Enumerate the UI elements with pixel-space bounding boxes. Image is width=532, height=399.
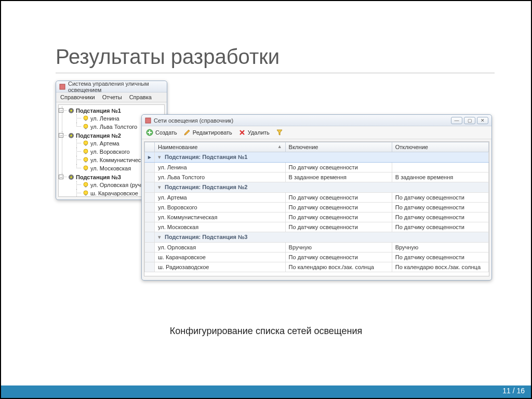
expander-icon[interactable]: – [59,108,63,113]
slide-footer: 11 / 16 [1,385,531,398]
svg-point-11 [84,157,88,162]
grid-row[interactable]: ул. ЛенинаПо датчику освещенности [145,163,489,172]
tree-leaf-label: ул. Ленина [90,115,119,122]
svg-point-4 [84,124,88,128]
grid-row[interactable]: ул. КоммунистическаяПо датчику освещенно… [145,212,489,222]
create-label: Создать [155,129,177,136]
tree-window-titlebar[interactable]: Система управления уличным освещением [56,81,167,92]
grid-group-row[interactable]: ▾ Подстанция: Подстанция №2 [145,182,489,193]
close-button[interactable]: ✕ [477,117,488,124]
maximize-button[interactable]: ▢ [464,117,475,124]
cell-name: ул. Воровского [155,203,286,212]
sort-asc-icon: ▲ [277,144,282,149]
grid-row[interactable]: ул. МосковскаяПо датчику освещенностиПо … [145,222,489,232]
grid-group-row[interactable]: ▾ Подстанция: Подстанция №3 [145,232,489,243]
svg-point-2 [84,116,88,120]
cell-off: По датчику освещенности [392,212,488,222]
tree-node-label: Подстанция №2 [76,132,121,139]
tree-leaf-label: ул. Артема [90,140,119,147]
svg-rect-22 [145,118,151,123]
edit-label: Редактировать [193,129,232,136]
cell-on: По датчику освещенности [285,222,392,232]
svg-rect-8 [85,145,87,146]
grid-group-row[interactable]: ▸▾ Подстанция: Подстанция №1 [145,152,489,163]
row-indicator-header [145,142,155,152]
filter-button[interactable] [276,129,283,136]
bulb-icon [83,149,89,155]
grid-wrap: Наименование▲ Включение Отключение ▸▾ По… [144,141,489,276]
cell-off: В заданное времення [392,172,488,182]
grid-window-titlebar[interactable]: Сети освещения (справочник) — ▢ ✕ [142,115,491,126]
grid-window: Сети освещения (справочник) — ▢ ✕ Создат… [141,114,492,281]
data-grid[interactable]: Наименование▲ Включение Отключение ▸▾ По… [144,142,489,272]
substation-icon [68,108,74,114]
svg-rect-5 [85,128,87,129]
grid-row[interactable]: ул. Льва ТолстогоВ заданное временняВ за… [145,172,489,182]
menu-references[interactable]: Справочники [60,94,95,100]
grid-row[interactable]: ул. ВоровскогоПо датчику освещенностиПо … [145,203,489,212]
tree-leaf-label: ул. Московская [90,165,131,171]
delete-label: Удалить [248,129,270,136]
slide-title: Результаты разработки [1,1,531,73]
cell-name: ул. Московская [155,222,286,232]
screenshot-canvas: Система управления уличным освещением Сп… [56,81,531,304]
tree-leaf-label: ул. Воровского [90,149,130,155]
slide-caption: Конфигурирование списка сетей освещения [1,326,531,337]
bulb-icon [83,140,89,147]
create-button[interactable]: Создать [146,129,177,136]
cell-on: Вручную [285,243,392,252]
menu-reports[interactable]: Отчеты [102,94,122,100]
grid-toolbar: Создать Редактировать Удалить [142,126,491,139]
title-rule [56,73,495,73]
svg-point-18 [84,191,88,195]
cell-on: По датчику освещенности [285,252,392,262]
chevron-down-icon: ▾ [158,234,163,241]
row-indicator [145,182,155,193]
cell-off: По датчику освещенности [392,193,488,203]
minimize-button[interactable]: — [451,117,462,124]
cell-on: По датчику освещенности [285,203,392,212]
funnel-icon [276,129,283,136]
window-controls: — ▢ ✕ [451,117,488,124]
col-on[interactable]: Включение [285,142,392,152]
grid-header-row: Наименование▲ Включение Отключение [145,142,489,152]
row-indicator [145,262,155,272]
svg-rect-12 [85,162,87,163]
svg-rect-17 [85,187,87,188]
col-off[interactable]: Отключение [392,142,488,152]
row-indicator: ▸ [145,152,155,163]
cell-name: ул. Коммунистическая [155,212,286,222]
svg-rect-3 [85,120,87,121]
delete-button[interactable]: Удалить [238,129,270,136]
cell-off: По календарю восх./зак. солнца [392,262,488,272]
pencil-icon [183,129,191,136]
grid-row[interactable]: ш. КарачаровскоеПо датчику освещенностиП… [145,252,489,262]
cell-on: По датчику освещенности [285,193,392,203]
cell-name: ул. Ленина [155,163,286,172]
grid-row[interactable]: ул. АртемаПо датчику освещенностиПо датч… [145,193,489,203]
col-name[interactable]: Наименование▲ [155,142,286,152]
cell-off: По датчику освещенности [392,252,488,262]
expander-icon[interactable]: – [59,175,63,179]
cell-off: По датчику освещенности [392,203,488,212]
tree-leaf-label: ул. Льва Толстого [90,124,137,130]
plus-icon [146,129,153,136]
expander-icon[interactable]: – [59,133,63,138]
cell-on: В заданное времення [285,172,392,182]
grid-row[interactable]: ш. РадиозаводскоеПо календарю восх./зак.… [145,262,489,272]
substation-icon [68,132,74,139]
row-indicator [145,163,155,172]
tree-menubar: Справочники Отчеты Справка [56,92,167,102]
bulb-icon [83,165,89,171]
grid-row[interactable]: ул. ОрловскаяВручнуюВручную [145,243,489,252]
cell-on: По датчику освещенности [285,163,392,172]
edit-button[interactable]: Редактировать [183,129,232,136]
svg-point-7 [84,141,88,145]
row-indicator [145,232,155,243]
svg-point-9 [84,149,88,153]
tree-window-title: Система управления уличным освещением [68,81,164,93]
svg-rect-14 [85,170,87,171]
menu-help[interactable]: Справка [129,94,152,100]
chevron-down-icon: ▾ [158,184,163,191]
delete-icon [238,129,246,136]
